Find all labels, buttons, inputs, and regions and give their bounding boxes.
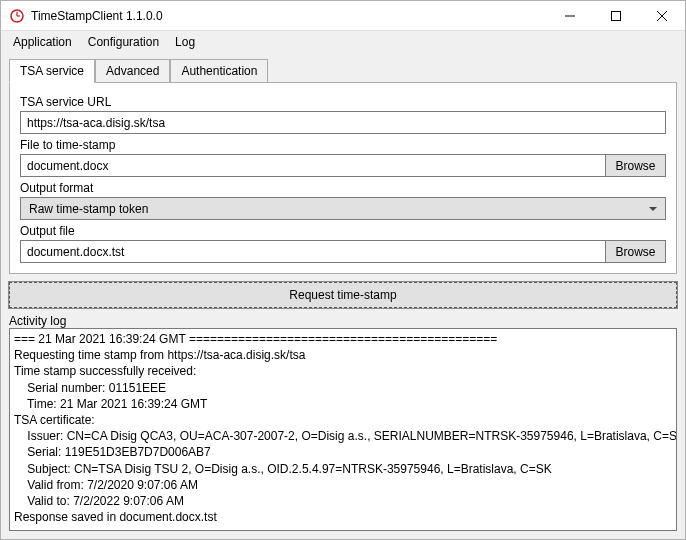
tsa-url-input[interactable] [20,111,666,134]
format-label: Output format [20,181,666,195]
tab-authentication[interactable]: Authentication [170,59,268,83]
activity-log[interactable]: === 21 Mar 2021 16:39:24 GMT ===========… [9,328,677,531]
titlebar[interactable]: TimeStampClient 1.1.0.0 [1,1,685,31]
tsa-url-label: TSA service URL [20,95,666,109]
activity-log-label: Activity log [9,314,677,328]
content-area: TSA service Advanced Authentication TSA … [1,53,685,539]
window-controls [547,1,685,31]
format-dropdown[interactable]: Raw time-stamp token [20,197,666,220]
svg-rect-4 [612,11,621,20]
tab-advanced[interactable]: Advanced [95,59,170,83]
menu-application[interactable]: Application [5,33,80,51]
format-value: Raw time-stamp token [29,202,148,216]
tab-tsa-service[interactable]: TSA service [9,59,95,83]
output-label: Output file [20,224,666,238]
request-timestamp-button[interactable]: Request time-stamp [9,282,677,308]
output-input[interactable] [20,240,606,263]
close-button[interactable] [639,1,685,31]
browse-output-button[interactable]: Browse [606,240,666,263]
app-icon [9,8,25,24]
browse-file-button[interactable]: Browse [606,154,666,177]
menu-configuration[interactable]: Configuration [80,33,167,51]
minimize-button[interactable] [547,1,593,31]
tab-strip: TSA service Advanced Authentication [9,59,677,83]
file-input[interactable] [20,154,606,177]
window-title: TimeStampClient 1.1.0.0 [31,9,163,23]
app-window: TimeStampClient 1.1.0.0 Application Conf… [0,0,686,540]
file-label: File to time-stamp [20,138,666,152]
tab-panel-tsa: TSA service URL File to time-stamp Brows… [9,82,677,274]
menubar: Application Configuration Log [1,31,685,53]
maximize-button[interactable] [593,1,639,31]
menu-log[interactable]: Log [167,33,203,51]
